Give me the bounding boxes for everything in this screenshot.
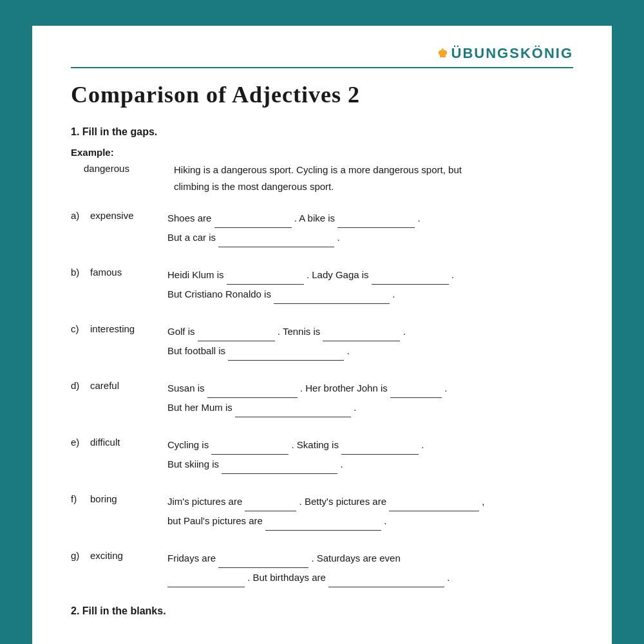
exercise-item-c: c) interesting Golf is . Tennis is . But… <box>71 322 573 361</box>
blank-d1[interactable] <box>207 386 298 398</box>
item-letter-d: d) <box>71 379 90 391</box>
blank-g1[interactable] <box>218 556 308 568</box>
blank-d2[interactable] <box>390 386 442 398</box>
item-word-a: expensive <box>90 209 167 221</box>
exercise-item-f: f) boring Jim's pictures are . Betty's p… <box>71 492 573 531</box>
item-word-e: difficult <box>90 435 167 448</box>
page-header: ♚ ÜBUNGSKÖNIG <box>71 45 573 68</box>
blank-e3[interactable] <box>222 462 337 474</box>
item-letter-f: f) <box>71 492 90 504</box>
blank-d3[interactable] <box>235 406 351 417</box>
item-word-c: interesting <box>90 322 167 334</box>
logo-crown: ♚ <box>437 46 449 61</box>
blank-e2[interactable] <box>341 443 419 455</box>
blank-a3[interactable] <box>218 236 334 247</box>
example-text: Hiking is a dangerous sport. Cycling is … <box>174 162 462 194</box>
exercise-item-a: a) expensive Shoes are . A bike is . But… <box>71 209 573 247</box>
logo: ♚ ÜBUNGSKÖNIG <box>437 45 573 62</box>
blank-b2[interactable] <box>372 273 449 285</box>
example-label: Example: <box>71 147 573 158</box>
item-letter-g: g) <box>71 549 90 561</box>
exercise-item-e: e) difficult Cycling is . Skating is . B… <box>71 435 573 474</box>
page-title: Comparison of Adjectives 2 <box>71 81 573 108</box>
item-letter-a: a) <box>71 209 90 221</box>
section-2-label: 2. Fill in the blanks. <box>71 605 573 617</box>
blank-f3[interactable] <box>265 519 381 531</box>
blank-c2[interactable] <box>323 330 400 341</box>
item-sentences-c: Golf is . Tennis is . But football is . <box>167 322 573 361</box>
logo-label: ÜBUNGSKÖNIG <box>451 45 573 62</box>
instruction-1: 1. Fill in the gaps. <box>71 126 573 138</box>
blank-a1[interactable] <box>214 216 292 228</box>
item-word-b: famous <box>90 265 167 278</box>
blank-b3[interactable] <box>274 292 390 304</box>
item-sentences-d: Susan is . Her brother John is . But her… <box>167 379 573 417</box>
item-sentences-a: Shoes are . A bike is . But a car is . <box>167 209 573 247</box>
item-sentences-e: Cycling is . Skating is . But skiing is … <box>167 435 573 474</box>
blank-b1[interactable] <box>227 273 304 285</box>
item-letter-e: e) <box>71 435 90 448</box>
blank-e1[interactable] <box>211 443 289 455</box>
item-sentences-f: Jim's pictures are . Betty's pictures ar… <box>167 492 573 531</box>
item-letter-b: b) <box>71 265 90 278</box>
item-sentences-b: Heidi Klum is . Lady Gaga is . But Crist… <box>167 265 573 304</box>
exercise-item-d: d) careful Susan is . Her brother John i… <box>71 379 573 417</box>
blank-a2[interactable] <box>337 216 415 228</box>
blank-g2[interactable] <box>167 576 245 587</box>
blank-c3[interactable] <box>228 349 344 361</box>
item-word-f: boring <box>90 492 167 504</box>
blank-f1[interactable] <box>245 500 296 511</box>
item-word-d: careful <box>90 379 167 391</box>
example-row: dangerous Hiking is a dangerous sport. C… <box>84 162 573 194</box>
example-word: dangerous <box>84 162 174 174</box>
worksheet-paper: ♚ ÜBUNGSKÖNIG Comparison of Adjectives 2… <box>32 26 612 644</box>
blank-g3[interactable] <box>328 576 444 587</box>
item-letter-c: c) <box>71 322 90 334</box>
blank-f2[interactable] <box>389 500 479 511</box>
exercise-item-b: b) famous Heidi Klum is . Lady Gaga is .… <box>71 265 573 304</box>
blank-c1[interactable] <box>198 330 275 341</box>
item-word-g: exciting <box>90 549 167 561</box>
item-sentences-g: Fridays are . Saturdays are even . But b… <box>167 549 573 587</box>
exercise-item-g: g) exciting Fridays are . Saturdays are … <box>71 549 573 587</box>
